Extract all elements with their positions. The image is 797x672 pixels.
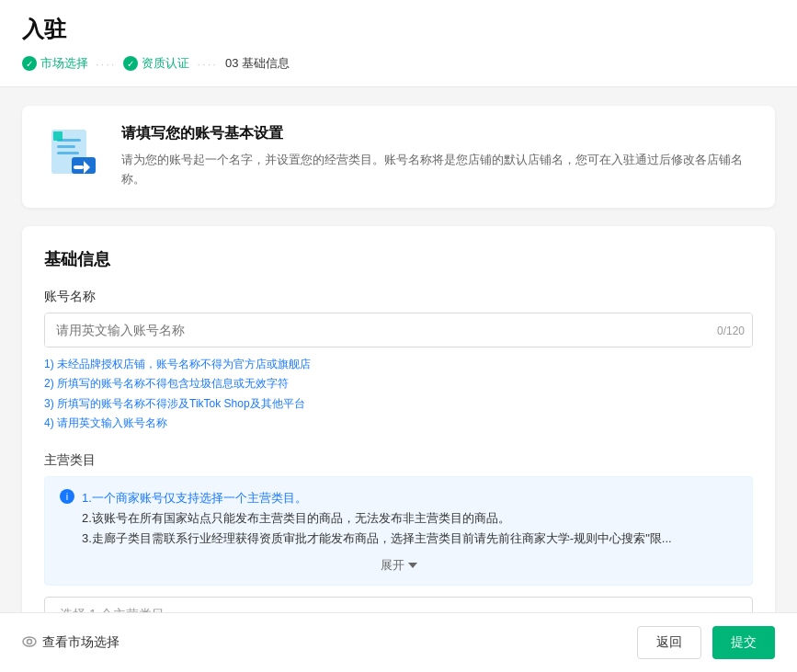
account-name-input-wrapper: 0/120 bbox=[44, 313, 753, 347]
notice-line-3: 3.走廊子类目需联系行业经理获得资质审批才能发布商品，选择主营类目前请先前往商家… bbox=[82, 531, 672, 545]
notice-content: 1.一个商家账号仅支持选择一个主营类目。 2.该账号在所有国家站点只能发布主营类… bbox=[82, 488, 672, 549]
rule-1: 1) 未经品牌授权店铺，账号名称不得为官方店或旗舰店 bbox=[44, 355, 753, 375]
submit-button[interactable]: 提交 bbox=[712, 626, 775, 659]
footer-actions: 返回 提交 bbox=[637, 626, 775, 659]
check-icon-cert: ✓ bbox=[123, 56, 138, 71]
view-market-label: 查看市场选择 bbox=[42, 634, 120, 651]
banner-illustration bbox=[44, 124, 103, 183]
form-section: 基础信息 账号名称 0/120 1) 未经品牌授权店铺，账号名称不得为官方店或旗… bbox=[22, 226, 775, 672]
expand-row: 展开 bbox=[60, 556, 737, 574]
svg-point-10 bbox=[28, 639, 32, 644]
steps-bar: ✓ 市场选择 ···· ✓ 资质认证 ···· 03 基础信息 bbox=[22, 55, 775, 72]
chevron-down-icon bbox=[408, 563, 417, 568]
svg-rect-7 bbox=[74, 165, 84, 169]
banner-description: 请为您的账号起一个名字，并设置您的经营类目。账号名称将是您店铺的默认店铺名，您可… bbox=[121, 151, 753, 189]
banner-title: 请填写您的账号基本设置 bbox=[121, 124, 753, 143]
svg-point-9 bbox=[23, 637, 36, 646]
notice-line-2: 2.该账号在所有国家站点只能发布主营类目的商品，无法发布非主营类目的商品。 bbox=[82, 511, 510, 525]
step-market-label: 市场选择 bbox=[40, 55, 88, 72]
notice-line-1: 1.一个商家账号仅支持选择一个主营类目。 bbox=[82, 491, 307, 505]
step-basic: 03 基础信息 bbox=[225, 55, 290, 72]
category-label: 主营类目 bbox=[44, 452, 753, 469]
rule-4: 4) 请用英文输入账号名称 bbox=[44, 414, 753, 434]
notice-header: i 1.一个商家账号仅支持选择一个主营类目。 2.该账号在所有国家站点只能发布主… bbox=[60, 488, 737, 549]
account-name-label: 账号名称 bbox=[44, 289, 753, 305]
rule-3: 3) 所填写的账号名称不得涉及TikTok Shop及其他平台 bbox=[44, 394, 753, 415]
banner-text: 请填写您的账号基本设置 请为您的账号起一个名字，并设置您的经营类目。账号名称将是… bbox=[121, 124, 753, 189]
category-field: 主营类目 i 1.一个商家账号仅支持选择一个主营类目。 2.该账号在所有国家站点… bbox=[44, 452, 753, 633]
step-market: ✓ 市场选择 bbox=[22, 55, 88, 72]
page-title: 入驻 bbox=[22, 15, 775, 44]
account-name-input[interactable] bbox=[45, 313, 752, 347]
main-content: 请填写您的账号基本设置 请为您的账号起一个名字，并设置您的经营类目。账号名称将是… bbox=[0, 87, 797, 672]
info-banner: 请填写您的账号基本设置 请为您的账号起一个名字，并设置您的经营类目。账号名称将是… bbox=[22, 106, 775, 208]
view-market-link[interactable]: 查看市场选择 bbox=[22, 634, 120, 652]
step-cert: ✓ 资质认证 bbox=[123, 55, 189, 72]
step-dots-2: ···· bbox=[197, 57, 217, 71]
expand-label: 展开 bbox=[381, 557, 404, 574]
header: 入驻 ✓ 市场选择 ···· ✓ 资质认证 ···· 03 基础信息 bbox=[0, 0, 797, 87]
account-name-field: 账号名称 0/120 1) 未经品牌授权店铺，账号名称不得为官方店或旗舰店 2)… bbox=[44, 289, 753, 434]
back-button[interactable]: 返回 bbox=[637, 626, 701, 659]
svg-rect-8 bbox=[53, 131, 63, 141]
svg-rect-3 bbox=[57, 145, 75, 148]
step-basic-label: 03 基础信息 bbox=[225, 55, 290, 72]
step-cert-label: 资质认证 bbox=[142, 55, 189, 72]
svg-rect-4 bbox=[57, 152, 79, 154]
category-notice: i 1.一个商家账号仅支持选择一个主营类目。 2.该账号在所有国家站点只能发布主… bbox=[44, 476, 753, 586]
info-circle-icon: i bbox=[60, 489, 74, 504]
eye-icon bbox=[22, 634, 37, 652]
footer: 查看市场选择 返回 提交 bbox=[0, 612, 797, 672]
check-icon-market: ✓ bbox=[22, 56, 37, 71]
account-name-rules: 1) 未经品牌授权店铺，账号名称不得为官方店或旗舰店 2) 所填写的账号名称不得… bbox=[44, 355, 753, 434]
rule-2: 2) 所填写的账号名称不得包含垃圾信息或无效字符 bbox=[44, 374, 753, 394]
step-dots-1: ···· bbox=[96, 57, 116, 71]
section-title: 基础信息 bbox=[44, 248, 753, 270]
expand-button[interactable]: 展开 bbox=[381, 557, 417, 574]
input-counter: 0/120 bbox=[717, 325, 745, 337]
